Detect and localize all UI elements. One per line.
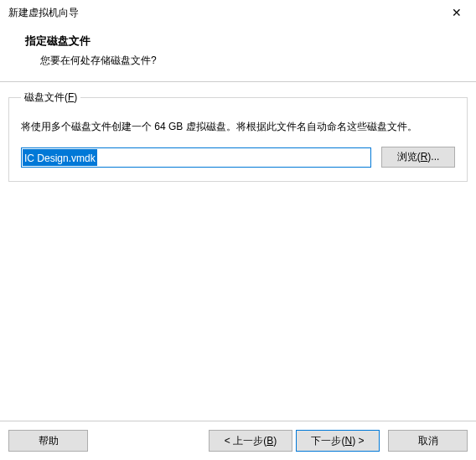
file-row: IC Design.vmdk 浏览(R)... [21,147,455,168]
page-subtitle: 您要在何处存储磁盘文件? [40,54,459,68]
back-button[interactable]: < 上一步(B) [209,430,292,452]
window-title: 新建虚拟机向导 [8,6,437,20]
disk-file-description: 将使用多个磁盘文件创建一个 64 GB 虚拟磁盘。将根据此文件名自动命名这些磁盘… [21,118,455,135]
disk-file-group: 磁盘文件(F) 将使用多个磁盘文件创建一个 64 GB 虚拟磁盘。将根据此文件名… [8,90,468,182]
titlebar: 新建虚拟机向导 ✕ [0,0,476,25]
wizard-header: 指定磁盘文件 您要在何处存储磁盘文件? [0,25,476,81]
close-button[interactable]: ✕ [437,0,476,25]
close-icon: ✕ [452,6,462,19]
disk-file-input[interactable]: IC Design.vmdk [21,147,371,168]
browse-button[interactable]: 浏览(R)... [381,147,455,168]
help-button[interactable]: 帮助 [8,430,88,452]
cancel-button[interactable]: 取消 [388,430,468,452]
wizard-footer: 帮助 < 上一步(B) 下一步(N) > 取消 [0,421,476,460]
next-button[interactable]: 下一步(N) > [296,430,380,452]
disk-file-legend: 磁盘文件(F) [21,90,80,105]
main-content: 磁盘文件(F) 将使用多个磁盘文件创建一个 64 GB 虚拟磁盘。将根据此文件名… [0,82,476,182]
page-title: 指定磁盘文件 [25,34,459,49]
disk-file-value: IC Design.vmdk [23,149,97,166]
